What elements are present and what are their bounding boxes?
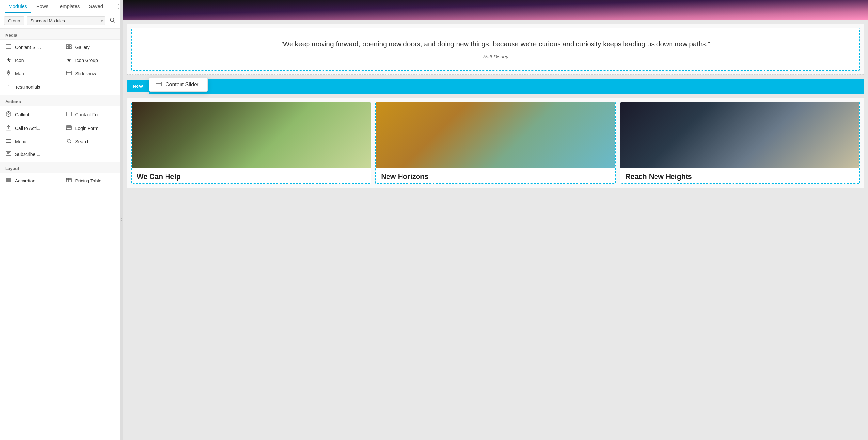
new-badge: New: [127, 80, 149, 92]
module-testimonials-label: Testimonials: [15, 85, 40, 90]
module-icon[interactable]: ★ Icon: [0, 54, 60, 67]
section-media-label: Media: [0, 29, 120, 40]
module-content-slider-label: Content Sli...: [15, 45, 41, 50]
menu-icon: [5, 139, 12, 145]
section-actions-label: Actions: [0, 95, 120, 106]
section-layout-label: Layout: [0, 162, 120, 173]
svg-rect-7: [69, 47, 71, 49]
content-slider-icon: [5, 44, 12, 50]
module-login-form-label: Login Form: [75, 126, 99, 131]
svg-rect-2: [6, 45, 11, 49]
module-pricing-table[interactable]: Pricing Table: [60, 175, 121, 187]
filter-bar: Group Standard Modules ▾: [0, 13, 120, 29]
card-0-title: We Can Help: [131, 168, 371, 183]
icon-module-icon: ★: [5, 57, 12, 64]
tooltip-content-slider-icon: [156, 82, 162, 88]
svg-rect-30: [66, 178, 71, 182]
group-select[interactable]: Standard Modules: [27, 16, 105, 25]
callout-icon: [5, 111, 12, 118]
svg-rect-28: [6, 178, 11, 180]
svg-point-11: [6, 112, 11, 117]
modules-scroll: Media Content Sli... Gallery ★ Icon: [0, 29, 120, 440]
content-slider-tooltip[interactable]: Content Slider: [149, 77, 208, 92]
layout-grid: Accordion Pricing Table: [0, 173, 120, 188]
tab-saved[interactable]: Saved: [85, 0, 107, 13]
module-icon-group-label: Icon Group: [75, 58, 98, 63]
module-accordion[interactable]: Accordion: [0, 175, 60, 187]
tooltip-label: Content Slider: [165, 82, 198, 88]
card-2-image: [620, 102, 859, 168]
svg-point-12: [8, 116, 9, 117]
module-menu-label: Menu: [15, 139, 26, 144]
login-form-icon: [66, 125, 72, 131]
card-1-title: New Horizons: [376, 168, 615, 183]
card-2-title: Reach New Heights: [620, 168, 859, 183]
search-module-icon: [66, 138, 72, 145]
module-testimonials[interactable]: " Testimonials: [0, 81, 60, 94]
module-pricing-table-label: Pricing Table: [75, 178, 101, 183]
quote-author: Walt Disney: [145, 54, 846, 59]
module-search[interactable]: Search: [60, 135, 121, 148]
sidebar: Modules Rows Templates Saved ⋮⋮ Group St…: [0, 0, 121, 440]
card-2: Reach New Heights: [620, 102, 860, 184]
search-icon: [110, 17, 115, 23]
card-0-image: [131, 102, 371, 168]
hero-image-inner: [123, 0, 868, 20]
nav-tabs: Modules Rows Templates Saved ⋮⋮: [0, 0, 120, 13]
module-call-to-action[interactable]: Call to Acti...: [0, 121, 60, 135]
module-slideshow[interactable]: Slideshow: [60, 67, 121, 81]
module-icon-label: Icon: [15, 58, 24, 63]
svg-line-24: [70, 142, 71, 143]
tab-modules[interactable]: Modules: [5, 0, 31, 13]
group-select-wrap: Standard Modules ▾: [27, 16, 105, 25]
quote-text: "We keep moving forward, opening new doo…: [145, 39, 846, 49]
card-1: New Horizons: [375, 102, 615, 184]
svg-point-23: [67, 139, 70, 142]
hero-image: [123, 0, 868, 20]
search-button[interactable]: [108, 16, 117, 25]
svg-rect-29: [6, 180, 11, 182]
drag-handle-icon[interactable]: ⋮⋮: [108, 3, 121, 10]
cards-section: We Can Help New Horizons Reach New Heigh…: [127, 98, 864, 188]
group-button[interactable]: Group: [4, 16, 24, 25]
cards-grid: We Can Help New Horizons Reach New Heigh…: [131, 102, 860, 184]
tab-rows[interactable]: Rows: [32, 0, 53, 13]
module-map[interactable]: Map: [0, 67, 60, 81]
actions-grid: Callout Contact Fo... Call to Acti...: [0, 106, 120, 162]
contact-form-icon: [66, 112, 72, 118]
svg-point-8: [8, 71, 9, 73]
module-subscribe[interactable]: Subscribe ...: [0, 148, 60, 161]
svg-rect-5: [69, 45, 71, 46]
quote-box: "We keep moving forward, opening new doo…: [131, 28, 860, 70]
module-subscribe-label: Subscribe ...: [15, 152, 40, 157]
slideshow-icon: [66, 71, 72, 77]
svg-rect-9: [66, 71, 71, 75]
module-gallery-label: Gallery: [75, 45, 90, 50]
module-callout[interactable]: Callout: [0, 108, 60, 121]
quote-section: "We keep moving forward, opening new doo…: [127, 24, 864, 75]
module-icon-group[interactable]: ★ Icon Group: [60, 54, 121, 67]
svg-rect-6: [66, 47, 68, 49]
testimonials-icon: ": [5, 84, 12, 90]
new-banner: New Content Slider: [127, 78, 864, 94]
module-login-form[interactable]: Login Form: [60, 121, 121, 135]
card-1-image: [376, 102, 615, 168]
module-content-slider[interactable]: Content Sli...: [0, 41, 60, 54]
module-contact-form[interactable]: Contact Fo...: [60, 108, 121, 121]
module-search-label: Search: [75, 139, 90, 144]
main-content: "We keep moving forward, opening new doo…: [123, 0, 868, 440]
svg-rect-4: [66, 45, 68, 46]
icon-group-icon: ★: [66, 57, 72, 64]
module-slideshow-label: Slideshow: [75, 71, 96, 76]
module-callout-label: Callout: [15, 112, 29, 117]
accordion-icon: [5, 178, 12, 184]
media-grid: Content Sli... Gallery ★ Icon ★ Icon Gro…: [0, 40, 120, 95]
module-gallery[interactable]: Gallery: [60, 41, 121, 54]
svg-rect-33: [156, 82, 161, 86]
module-menu[interactable]: Menu: [0, 135, 60, 148]
card-0: We Can Help: [131, 102, 371, 184]
subscribe-icon: [5, 152, 12, 157]
svg-line-1: [113, 21, 114, 22]
module-contact-form-label: Contact Fo...: [75, 112, 101, 117]
tab-templates[interactable]: Templates: [54, 0, 84, 13]
